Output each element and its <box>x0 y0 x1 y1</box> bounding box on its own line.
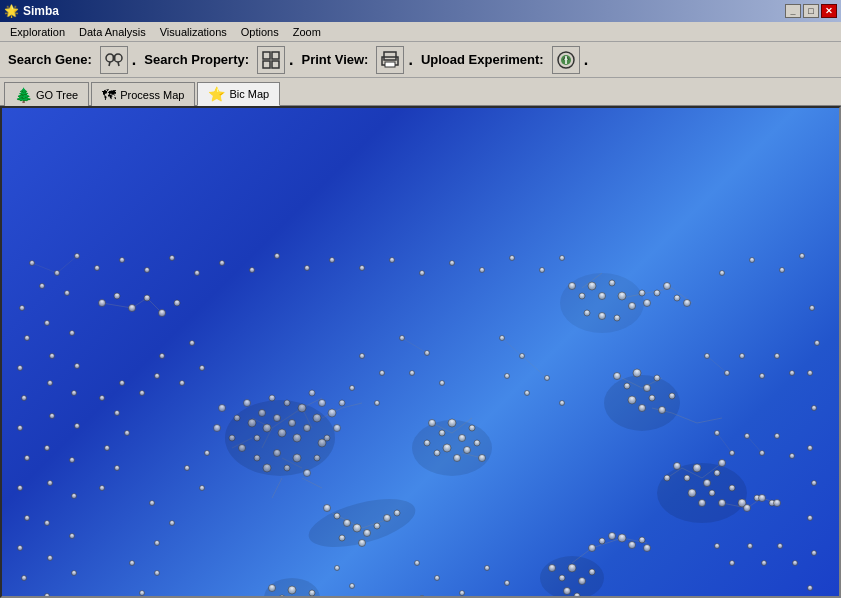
svg-point-70 <box>454 455 461 462</box>
svg-point-149 <box>589 545 596 552</box>
svg-point-104 <box>714 470 720 476</box>
svg-point-184 <box>159 310 166 317</box>
svg-point-142 <box>549 565 556 572</box>
svg-point-285 <box>335 566 340 571</box>
svg-line-326 <box>402 338 427 353</box>
svg-point-269 <box>375 401 380 406</box>
svg-point-152 <box>618 534 626 542</box>
svg-point-211 <box>20 306 25 311</box>
svg-point-203 <box>480 268 485 273</box>
tab-bic-map[interactable]: ⭐ Bic Map <box>197 82 280 106</box>
svg-point-278 <box>435 576 440 581</box>
svg-point-224 <box>808 371 813 376</box>
svg-point-263 <box>525 391 530 396</box>
svg-point-207 <box>720 271 725 276</box>
svg-point-244 <box>48 481 53 486</box>
svg-rect-5 <box>263 52 270 59</box>
tab-process-map[interactable]: 🗺 Process Map <box>91 82 195 106</box>
svg-point-242 <box>45 446 50 451</box>
svg-point-258 <box>410 371 415 376</box>
svg-point-128 <box>339 535 345 541</box>
svg-point-74 <box>479 455 486 462</box>
svg-point-45 <box>328 409 336 417</box>
menu-zoom[interactable]: Zoom <box>287 24 327 40</box>
svg-point-75 <box>424 440 430 446</box>
svg-point-262 <box>505 374 510 379</box>
print-view-button[interactable] <box>376 46 404 74</box>
svg-point-268 <box>350 386 355 391</box>
svg-point-252 <box>160 354 165 359</box>
svg-point-282 <box>485 566 490 571</box>
svg-point-84 <box>633 369 641 377</box>
svg-point-168 <box>639 290 645 296</box>
maximize-button[interactable]: □ <box>803 4 819 18</box>
upload-icon <box>556 50 576 70</box>
svg-point-222 <box>810 306 815 311</box>
svg-point-233 <box>65 291 70 296</box>
svg-line-3 <box>109 62 110 66</box>
svg-line-328 <box>522 356 547 378</box>
upload-experiment-button[interactable] <box>552 46 580 74</box>
svg-point-305 <box>790 371 795 376</box>
canvas-area[interactable] <box>0 106 841 598</box>
svg-point-114 <box>759 495 766 502</box>
search-gene-button[interactable] <box>100 46 128 74</box>
svg-point-206 <box>560 256 565 261</box>
svg-rect-11 <box>385 62 395 67</box>
svg-point-189 <box>95 266 100 271</box>
tab-go-tree[interactable]: 🌲 GO Tree <box>4 82 89 106</box>
svg-point-124 <box>364 530 371 537</box>
svg-point-240 <box>50 414 55 419</box>
tab-process-map-label: Process Map <box>120 89 184 101</box>
svg-point-72 <box>464 447 471 454</box>
svg-point-154 <box>639 537 645 543</box>
svg-point-275 <box>140 591 145 596</box>
svg-point-60 <box>412 420 492 476</box>
svg-point-26 <box>219 405 226 412</box>
menu-options[interactable]: Options <box>235 24 285 40</box>
svg-point-176 <box>614 315 620 321</box>
svg-point-85 <box>644 385 651 392</box>
svg-point-249 <box>72 571 77 576</box>
svg-point-83 <box>624 383 630 389</box>
svg-point-195 <box>250 268 255 273</box>
print-view-label: Print View: <box>302 52 369 67</box>
tabbar: 🌲 GO Tree 🗺 Process Map ⭐ Bic Map <box>0 78 841 106</box>
svg-point-76 <box>604 375 680 431</box>
svg-line-327 <box>502 338 522 356</box>
svg-point-223 <box>815 341 820 346</box>
svg-point-66 <box>448 419 456 427</box>
svg-point-312 <box>715 544 720 549</box>
svg-point-92 <box>657 463 747 523</box>
search-gene-label: Search Gene: <box>8 52 92 67</box>
menu-visualizations[interactable]: Visualizations <box>154 24 233 40</box>
svg-point-254 <box>200 366 205 371</box>
svg-point-241 <box>75 424 80 429</box>
svg-point-146 <box>589 569 595 575</box>
svg-point-88 <box>639 405 646 412</box>
go-tree-icon: 🌲 <box>15 87 32 103</box>
svg-point-164 <box>599 293 606 300</box>
titlebar-controls: _ □ ✕ <box>785 4 837 18</box>
menu-data-analysis[interactable]: Data Analysis <box>73 24 152 40</box>
svg-point-170 <box>654 290 660 296</box>
minimize-button[interactable]: _ <box>785 4 801 18</box>
svg-point-314 <box>748 544 753 549</box>
svg-point-174 <box>584 310 590 316</box>
dot3: . <box>408 51 412 69</box>
svg-point-297 <box>120 381 125 386</box>
svg-point-106 <box>688 489 696 497</box>
svg-point-145 <box>579 578 586 585</box>
svg-point-112 <box>744 505 751 512</box>
svg-point-294 <box>125 431 130 436</box>
svg-point-122 <box>344 520 351 527</box>
search-property-button[interactable] <box>257 46 285 74</box>
svg-point-121 <box>334 513 340 519</box>
close-button[interactable]: ✕ <box>821 4 837 18</box>
menu-exploration[interactable]: Exploration <box>4 24 71 40</box>
svg-point-214 <box>22 396 27 401</box>
svg-point-166 <box>618 292 626 300</box>
svg-point-248 <box>48 556 53 561</box>
tab-bic-map-label: Bic Map <box>229 88 269 100</box>
svg-point-196 <box>275 254 280 259</box>
